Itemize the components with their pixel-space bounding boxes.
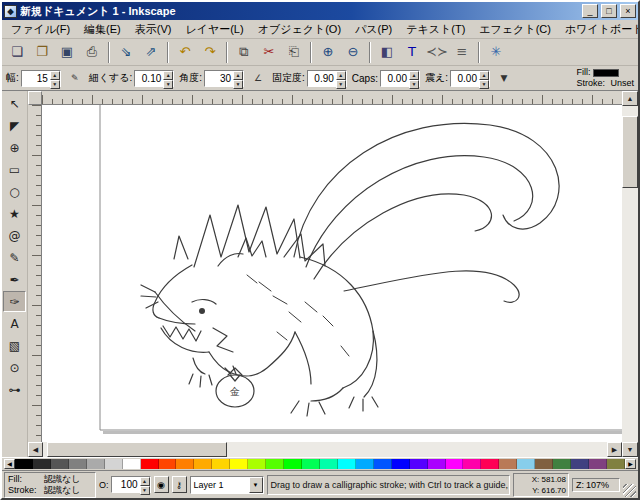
ruler-corner[interactable] <box>28 91 42 105</box>
zoom-page-button[interactable]: ⊖ <box>341 41 365 64</box>
save-document-button[interactable]: ▣ <box>55 41 79 64</box>
connector-tool[interactable]: ⊶ <box>3 379 26 400</box>
tremor-spin-down[interactable]: ▼ <box>479 80 489 89</box>
resize-grip[interactable] <box>623 484 636 497</box>
palette-color-swatch[interactable] <box>212 459 230 469</box>
layer-visibility-toggle[interactable]: ◉ <box>154 476 169 493</box>
palette-color-swatch[interactable] <box>230 459 248 469</box>
palette-color-swatch[interactable] <box>51 459 69 469</box>
fixation-value[interactable]: 0.90 <box>308 71 336 86</box>
width-spinbox[interactable]: 15▲▼ <box>21 70 61 87</box>
palette-color-swatch[interactable] <box>517 459 535 469</box>
menu-path[interactable]: パス(P) <box>348 20 399 39</box>
angle-spin-up[interactable]: ▲ <box>233 71 243 80</box>
palette-color-swatch[interactable] <box>15 459 33 469</box>
menu-object[interactable]: オブジェクト(O) <box>251 20 348 39</box>
palette-color-swatch[interactable] <box>553 459 571 469</box>
caps-value[interactable]: 0.00 <box>381 71 409 86</box>
palette-color-swatch[interactable] <box>69 459 87 469</box>
gradient-tool[interactable]: ▧ <box>3 335 26 356</box>
layer-selector[interactable]: Layer 1 ▼ <box>190 476 264 494</box>
palette-color-swatch[interactable] <box>607 459 625 469</box>
scroll-down-button[interactable]: ▼ <box>622 442 638 457</box>
scroll-left-button[interactable]: ◀ <box>28 442 43 457</box>
horizontal-ruler[interactable] <box>42 91 622 105</box>
stroke-value[interactable]: Unset <box>610 78 634 88</box>
ellipse-tool[interactable]: ○ <box>3 181 26 202</box>
fill-stroke-indicator[interactable]: Fill: 認識なし Stroke: 認識なし <box>4 472 96 498</box>
open-document-button[interactable]: ❐ <box>30 41 54 64</box>
fixation-spin-up[interactable]: ▲ <box>336 71 346 80</box>
palette-color-swatch[interactable] <box>123 459 141 469</box>
palette-color-swatch[interactable] <box>194 459 212 469</box>
menu-text[interactable]: テキスト(T) <box>399 20 472 39</box>
print-document-button[interactable]: ⎙ <box>80 41 104 64</box>
thinning-value[interactable]: 0.10 <box>135 71 163 86</box>
pencil-tool[interactable]: ✎ <box>3 247 26 268</box>
thinning-spin-up[interactable]: ▲ <box>163 71 173 80</box>
align-dialog-button[interactable]: ≡ <box>450 41 474 64</box>
angle-spinbox[interactable]: 30▲▼ <box>204 70 244 87</box>
vertical-scroll-thumb[interactable] <box>622 116 638 188</box>
opacity-value[interactable]: 100 <box>112 477 140 492</box>
new-document-button[interactable]: ❏ <box>5 41 29 64</box>
rectangle-tool[interactable]: ▭ <box>3 159 26 180</box>
drawing-canvas[interactable]: 金 <box>42 105 622 442</box>
tremor-spinbox[interactable]: 0.00▲▼ <box>450 70 490 87</box>
palette-color-swatch[interactable] <box>410 459 428 469</box>
palette-color-swatch[interactable] <box>481 459 499 469</box>
pen-tool[interactable]: ✒ <box>3 269 26 290</box>
undo-button[interactable]: ↶ <box>173 41 197 64</box>
cut-button[interactable]: ✂ <box>257 41 281 64</box>
opacity-spin-up[interactable]: ▲ <box>140 477 150 486</box>
thinning-spin-down[interactable]: ▼ <box>163 80 173 89</box>
angle-value[interactable]: 30 <box>205 71 233 86</box>
angle-spin-down[interactable]: ▼ <box>233 80 243 89</box>
thinning-spinbox[interactable]: 0.10▲▼ <box>134 70 174 87</box>
menu-layer[interactable]: レイヤー(L) <box>178 20 250 39</box>
dropper-tool[interactable]: ⊙ <box>3 357 26 378</box>
vertical-scroll-track[interactable] <box>622 106 638 442</box>
palette-color-swatch[interactable] <box>589 459 607 469</box>
vertical-scrollbar[interactable]: ▲ ▼ <box>622 91 638 457</box>
palette-color-swatch[interactable] <box>302 459 320 469</box>
star-tool[interactable]: ★ <box>3 203 26 224</box>
palette-color-swatch[interactable] <box>141 459 159 469</box>
menu-file[interactable]: ファイル(F) <box>4 20 77 39</box>
xml-editor-button[interactable]: ≺≻ <box>425 41 449 64</box>
horizontal-scroll-track[interactable] <box>43 442 607 457</box>
calligraphy-tool[interactable]: ✑ <box>3 291 26 312</box>
scroll-right-button[interactable]: ▶ <box>607 442 622 457</box>
zoom-tool[interactable]: ⊕ <box>3 137 26 158</box>
horizontal-scroll-thumb[interactable] <box>47 442 227 457</box>
palette-color-swatch[interactable] <box>266 459 284 469</box>
tremor-spin-up[interactable]: ▲ <box>479 71 489 80</box>
fill-swatch[interactable] <box>593 69 619 77</box>
palette-color-swatch[interactable] <box>87 459 105 469</box>
palette-color-swatch[interactable] <box>499 459 517 469</box>
tilt-toggle-button[interactable]: ∠ <box>249 69 267 88</box>
vertical-ruler[interactable] <box>28 105 42 442</box>
scroll-up-button[interactable]: ▲ <box>622 91 638 106</box>
fixation-spin-down[interactable]: ▼ <box>336 80 346 89</box>
palette-scroll-left-button[interactable]: ◀ <box>4 459 15 469</box>
tremor-value[interactable]: 0.00 <box>451 71 479 86</box>
palette-color-swatch[interactable] <box>176 459 194 469</box>
fill-stroke-dialog-button[interactable]: ◧ <box>375 41 399 64</box>
node-tool[interactable]: ◤ <box>3 115 26 136</box>
paste-button[interactable]: ⎗ <box>282 41 306 64</box>
palette-color-swatch[interactable] <box>463 459 481 469</box>
menu-whiteboard[interactable]: ホワイトボード(W) <box>558 20 640 39</box>
palette-color-swatch[interactable] <box>535 459 553 469</box>
close-button[interactable]: × <box>620 4 636 18</box>
zoom-value[interactable]: 107% <box>586 480 609 490</box>
import-button[interactable]: ⇘ <box>114 41 138 64</box>
minimize-button[interactable]: _ <box>582 4 598 18</box>
caps-spin-up[interactable]: ▲ <box>409 71 419 80</box>
palette-color-swatch[interactable] <box>356 459 374 469</box>
redo-button[interactable]: ↷ <box>198 41 222 64</box>
width-spin-down[interactable]: ▼ <box>50 80 60 89</box>
caps-spinbox[interactable]: 0.00▲▼ <box>380 70 420 87</box>
options-dropdown-button[interactable]: ▼ <box>495 69 513 88</box>
export-button[interactable]: ⇗ <box>139 41 163 64</box>
